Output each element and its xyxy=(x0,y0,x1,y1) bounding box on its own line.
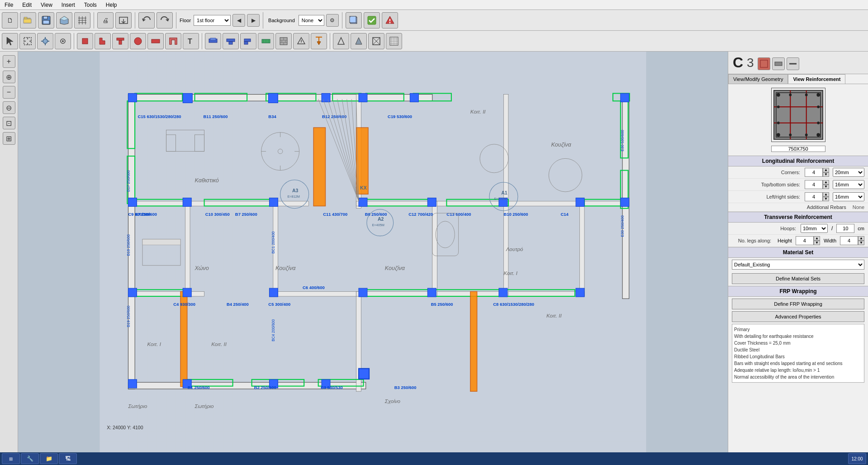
view3d-button[interactable] xyxy=(346,12,362,28)
l-column-button[interactable] xyxy=(95,33,111,49)
text-tool-button[interactable]: T xyxy=(183,33,199,49)
circ-column-button[interactable] xyxy=(130,33,146,49)
svg-rect-135 xyxy=(183,288,191,297)
shape2-button[interactable] xyxy=(351,33,367,49)
background-select[interactable]: None DXF Image xyxy=(299,15,324,26)
beam-t-button[interactable] xyxy=(223,33,239,49)
dimensions-input[interactable]: 750X750 xyxy=(771,146,825,152)
column-dimensions: 750X750 xyxy=(728,146,868,152)
slab-button[interactable] xyxy=(258,33,274,49)
menu-view[interactable]: View xyxy=(38,1,55,9)
menu-file[interactable]: File xyxy=(2,1,16,9)
column-preview-container xyxy=(728,88,868,142)
svg-text:C15 630/1530/280/280: C15 630/1530/280/280 xyxy=(138,114,181,119)
material-select[interactable]: Default_Existing Default_New Custom xyxy=(732,260,864,270)
svg-point-251 xyxy=(777,122,779,124)
svg-text:X: 24000  Y: 4100: X: 24000 Y: 4100 xyxy=(107,425,143,430)
export-button[interactable] xyxy=(115,12,132,28)
bg-settings-button[interactable]: ⚙ xyxy=(326,14,339,27)
width-down-btn[interactable]: ▼ xyxy=(858,241,864,245)
longitudinal-section-title: Longitudinal Reinforcement xyxy=(728,156,868,166)
zoom-in2-button[interactable]: ⊕ xyxy=(3,71,15,83)
define-material-btn[interactable]: Define Material Sets xyxy=(732,273,864,284)
col-type-icon2[interactable] xyxy=(772,57,785,70)
shape3-button[interactable] xyxy=(368,33,384,49)
leftright-down-btn[interactable]: ▼ xyxy=(823,197,829,201)
width-up-btn[interactable]: ▲ xyxy=(858,236,864,241)
height-up-btn[interactable]: ▲ xyxy=(814,236,820,241)
topbottom-value-input[interactable] xyxy=(805,180,823,189)
topbottom-unit-select[interactable]: 16mm 20mm 12mm xyxy=(833,180,864,189)
new-button[interactable]: 🗋 xyxy=(2,12,18,28)
node-button[interactable] xyxy=(55,33,71,49)
col-type-icon3[interactable] xyxy=(787,57,799,70)
pan-button[interactable] xyxy=(37,33,53,49)
undo-button[interactable] xyxy=(138,12,155,28)
taskbar-item-2[interactable]: 📁 xyxy=(40,453,58,464)
svg-rect-44 xyxy=(152,39,160,43)
save-button[interactable] xyxy=(38,12,54,28)
svg-text:KX: KX xyxy=(360,185,367,190)
grid-button[interactable] xyxy=(74,12,90,28)
floor-next-button[interactable]: ▶ xyxy=(247,14,260,27)
floor-select[interactable]: 1st floor 2nd floor 3rd floor Foundation xyxy=(194,15,231,26)
check-button[interactable] xyxy=(364,12,380,28)
beam-rect-button[interactable] xyxy=(205,33,221,49)
corners-value-input[interactable]: 4 xyxy=(805,168,823,177)
corners-down-btn[interactable]: ▼ xyxy=(823,172,829,177)
load-button[interactable] xyxy=(311,33,327,49)
corners-unit-select[interactable]: 20mm 16mm 12mm xyxy=(833,168,864,177)
col-type-icon1[interactable] xyxy=(758,57,770,70)
leftright-unit-select[interactable]: 16mm 20mm 12mm xyxy=(833,192,864,201)
zoom-actual-button[interactable]: ⊞ xyxy=(3,132,15,145)
u-column-button[interactable] xyxy=(165,33,181,49)
zoom-fit-button[interactable]: ⊡ xyxy=(3,117,15,129)
leftright-value-input[interactable] xyxy=(805,192,823,201)
menu-help[interactable]: Help xyxy=(103,1,120,9)
model-button[interactable] xyxy=(56,12,72,28)
hoops-size-select[interactable]: 10mm 8mm 12mm xyxy=(801,224,828,233)
pointer-button[interactable] xyxy=(2,33,18,49)
width-value-input[interactable] xyxy=(840,236,858,245)
reinforcement-button[interactable] xyxy=(386,33,402,49)
wall-column-button[interactable] xyxy=(147,33,164,49)
zoom-in-button[interactable]: + xyxy=(3,55,15,68)
taskbar-start[interactable]: ⊞ xyxy=(2,453,20,464)
print-button[interactable]: 🖨 xyxy=(97,12,114,28)
tab-reinforcement[interactable]: View Reinforcement xyxy=(788,74,845,84)
beam-l-button[interactable] xyxy=(240,33,256,49)
shape1-button[interactable] xyxy=(333,33,349,49)
t-column-button[interactable] xyxy=(112,33,128,49)
advanced-props-btn[interactable]: Advanced Properties xyxy=(732,311,864,322)
select-button[interactable] xyxy=(19,33,36,49)
svg-point-249 xyxy=(805,133,807,136)
menu-edit[interactable]: Edit xyxy=(19,1,34,9)
redo-button[interactable] xyxy=(157,12,173,28)
zoom-out2-button[interactable]: ⊖ xyxy=(3,101,15,114)
svg-rect-147 xyxy=(576,288,584,297)
menu-tools[interactable]: Tools xyxy=(81,1,100,9)
topbottom-down-btn[interactable]: ▼ xyxy=(823,185,829,189)
canvas-area[interactable]: C15 630/1530/280/280 B11 250/600 B34 B12… xyxy=(18,52,728,465)
taskbar-item-3[interactable]: 🏗 xyxy=(59,453,77,464)
height-value-input[interactable] xyxy=(796,236,814,245)
corners-up-btn[interactable]: ▲ xyxy=(823,168,829,172)
zoom-out-button[interactable]: − xyxy=(3,86,15,99)
open-button[interactable] xyxy=(20,12,36,28)
support-button[interactable] xyxy=(293,33,309,49)
svg-rect-98 xyxy=(432,201,437,296)
wall-button[interactable] xyxy=(275,33,292,49)
topbottom-spinner: ▲ ▼ xyxy=(805,180,829,189)
hoops-spacing-input[interactable] xyxy=(836,224,854,233)
topbottom-up-btn[interactable]: ▲ xyxy=(823,180,829,185)
analyze-button[interactable] xyxy=(382,12,398,28)
rect-column-button[interactable] xyxy=(77,33,93,49)
taskbar-item-1[interactable]: 🔧 xyxy=(21,453,39,464)
legs-label: No. legs along: xyxy=(732,238,774,243)
floor-prev-button[interactable]: ◀ xyxy=(232,14,245,27)
menu-insert[interactable]: Insert xyxy=(59,1,78,9)
tab-geometry[interactable]: View/Modify Geometry xyxy=(728,74,788,84)
height-down-btn[interactable]: ▼ xyxy=(814,241,820,245)
leftright-up-btn[interactable]: ▲ xyxy=(823,192,829,197)
define-frp-btn[interactable]: Define FRP Wrapping xyxy=(732,299,864,309)
